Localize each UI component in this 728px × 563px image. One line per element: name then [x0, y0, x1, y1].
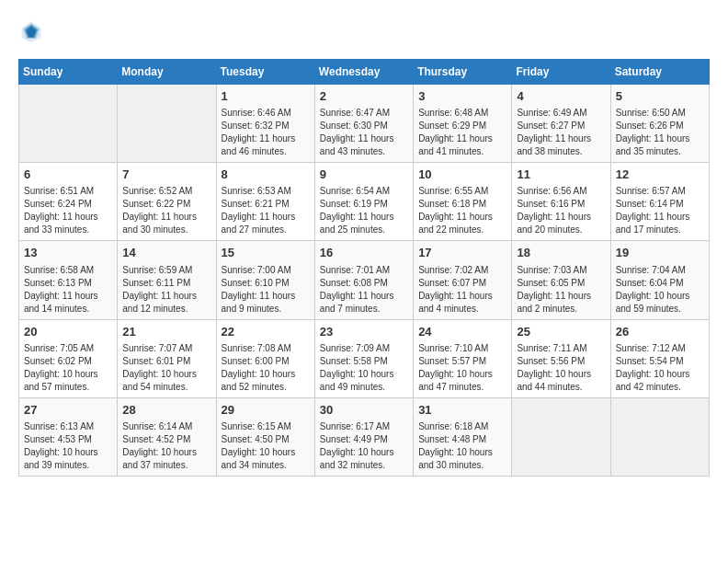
calendar-cell: 17Sunrise: 7:02 AM Sunset: 6:07 PM Dayli… [414, 241, 512, 319]
calendar-cell: 27Sunrise: 6:13 AM Sunset: 4:53 PM Dayli… [19, 397, 118, 476]
week-row-3: 13Sunrise: 6:58 AM Sunset: 6:13 PM Dayli… [19, 241, 710, 319]
calendar-cell [512, 397, 610, 476]
calendar-cell: 21Sunrise: 7:07 AM Sunset: 6:01 PM Dayli… [118, 319, 216, 397]
day-info: Sunrise: 6:48 AM Sunset: 6:29 PM Dayligh… [418, 107, 506, 158]
day-number: 17 [418, 245, 506, 261]
calendar-cell: 20Sunrise: 7:05 AM Sunset: 6:02 PM Dayli… [19, 319, 118, 397]
day-header-tuesday: Tuesday [216, 60, 314, 85]
calendar-cell [610, 397, 709, 476]
calendar-cell [19, 85, 118, 163]
day-number: 28 [122, 402, 210, 419]
day-number: 29 [222, 402, 310, 419]
day-number: 18 [517, 245, 605, 261]
day-info: Sunrise: 6:50 AM Sunset: 6:26 PM Dayligh… [616, 107, 704, 158]
week-row-5: 27Sunrise: 6:13 AM Sunset: 4:53 PM Dayli… [19, 397, 710, 476]
calendar-header: SundayMondayTuesdayWednesdayThursdayFrid… [19, 60, 710, 85]
week-row-2: 6Sunrise: 6:51 AM Sunset: 6:24 PM Daylig… [19, 163, 710, 241]
day-info: Sunrise: 7:07 AM Sunset: 6:01 PM Dayligh… [122, 342, 210, 394]
calendar-cell: 22Sunrise: 7:08 AM Sunset: 6:00 PM Dayli… [216, 319, 314, 397]
day-number: 25 [517, 324, 605, 340]
day-number: 6 [24, 167, 112, 183]
day-info: Sunrise: 6:47 AM Sunset: 6:30 PM Dayligh… [320, 107, 408, 158]
day-number: 8 [222, 167, 310, 183]
calendar-cell: 1Sunrise: 6:46 AM Sunset: 6:32 PM Daylig… [216, 85, 314, 163]
day-number: 16 [320, 245, 408, 261]
calendar-cell: 31Sunrise: 6:18 AM Sunset: 4:48 PM Dayli… [414, 397, 512, 476]
day-info: Sunrise: 7:01 AM Sunset: 6:08 PM Dayligh… [320, 264, 408, 316]
day-header-saturday: Saturday [610, 60, 709, 85]
day-number: 4 [517, 88, 605, 105]
calendar-cell: 8Sunrise: 6:53 AM Sunset: 6:21 PM Daylig… [216, 163, 314, 241]
day-number: 3 [418, 88, 506, 105]
day-info: Sunrise: 6:59 AM Sunset: 6:11 PM Dayligh… [122, 264, 210, 316]
day-info: Sunrise: 6:58 AM Sunset: 6:13 PM Dayligh… [24, 264, 112, 316]
day-number: 26 [616, 324, 704, 340]
day-header-wednesday: Wednesday [314, 60, 413, 85]
day-info: Sunrise: 6:15 AM Sunset: 4:50 PM Dayligh… [222, 420, 310, 472]
calendar-body: 1Sunrise: 6:46 AM Sunset: 6:32 PM Daylig… [19, 85, 710, 477]
calendar-cell: 24Sunrise: 7:10 AM Sunset: 5:57 PM Dayli… [414, 319, 512, 397]
calendar-cell: 2Sunrise: 6:47 AM Sunset: 6:30 PM Daylig… [314, 85, 413, 163]
calendar-table: SundayMondayTuesdayWednesdayThursdayFrid… [18, 59, 710, 477]
day-number: 5 [616, 88, 704, 105]
day-info: Sunrise: 6:56 AM Sunset: 6:16 PM Dayligh… [517, 185, 605, 236]
day-info: Sunrise: 6:18 AM Sunset: 4:48 PM Dayligh… [418, 420, 506, 472]
calendar-cell: 29Sunrise: 6:15 AM Sunset: 4:50 PM Dayli… [216, 397, 314, 476]
day-info: Sunrise: 7:09 AM Sunset: 5:58 PM Dayligh… [320, 342, 408, 394]
header-row: SundayMondayTuesdayWednesdayThursdayFrid… [19, 60, 710, 85]
day-header-friday: Friday [512, 60, 610, 85]
calendar-cell: 5Sunrise: 6:50 AM Sunset: 6:26 PM Daylig… [610, 85, 709, 163]
day-info: Sunrise: 7:10 AM Sunset: 5:57 PM Dayligh… [418, 342, 506, 394]
day-number: 9 [320, 167, 408, 183]
day-number: 31 [418, 402, 506, 419]
day-number: 10 [418, 167, 506, 183]
day-number: 15 [222, 245, 310, 261]
day-info: Sunrise: 6:49 AM Sunset: 6:27 PM Dayligh… [517, 107, 605, 158]
day-info: Sunrise: 7:00 AM Sunset: 6:10 PM Dayligh… [222, 264, 310, 316]
day-info: Sunrise: 6:54 AM Sunset: 6:19 PM Dayligh… [320, 185, 408, 236]
calendar-cell: 26Sunrise: 7:12 AM Sunset: 5:54 PM Dayli… [610, 319, 709, 397]
day-number: 19 [616, 245, 704, 261]
day-info: Sunrise: 6:53 AM Sunset: 6:21 PM Dayligh… [222, 185, 310, 236]
calendar-cell: 16Sunrise: 7:01 AM Sunset: 6:08 PM Dayli… [314, 241, 413, 319]
calendar-cell: 23Sunrise: 7:09 AM Sunset: 5:58 PM Dayli… [314, 319, 413, 397]
day-info: Sunrise: 7:02 AM Sunset: 6:07 PM Dayligh… [418, 264, 506, 316]
calendar-cell: 28Sunrise: 6:14 AM Sunset: 4:52 PM Dayli… [118, 397, 216, 476]
day-info: Sunrise: 7:11 AM Sunset: 5:56 PM Dayligh… [517, 342, 605, 394]
day-number: 30 [320, 402, 408, 419]
week-row-4: 20Sunrise: 7:05 AM Sunset: 6:02 PM Dayli… [19, 319, 710, 397]
calendar-cell [118, 85, 216, 163]
day-number: 27 [24, 402, 112, 419]
calendar-cell: 7Sunrise: 6:52 AM Sunset: 6:22 PM Daylig… [118, 163, 216, 241]
day-info: Sunrise: 6:13 AM Sunset: 4:53 PM Dayligh… [24, 420, 112, 472]
day-info: Sunrise: 6:17 AM Sunset: 4:49 PM Dayligh… [320, 420, 408, 472]
page-header [18, 18, 710, 44]
calendar-cell: 11Sunrise: 6:56 AM Sunset: 6:16 PM Dayli… [512, 163, 610, 241]
day-info: Sunrise: 6:52 AM Sunset: 6:22 PM Dayligh… [122, 185, 210, 236]
day-info: Sunrise: 7:05 AM Sunset: 6:02 PM Dayligh… [24, 342, 112, 394]
day-info: Sunrise: 6:57 AM Sunset: 6:14 PM Dayligh… [616, 185, 704, 236]
day-number: 23 [320, 324, 408, 340]
logo [18, 18, 48, 44]
day-number: 11 [517, 167, 605, 183]
day-number: 1 [222, 88, 310, 105]
day-number: 22 [222, 324, 310, 340]
day-info: Sunrise: 6:14 AM Sunset: 4:52 PM Dayligh… [122, 420, 210, 472]
calendar-cell: 30Sunrise: 6:17 AM Sunset: 4:49 PM Dayli… [314, 397, 413, 476]
day-number: 13 [24, 245, 112, 261]
calendar-cell: 12Sunrise: 6:57 AM Sunset: 6:14 PM Dayli… [610, 163, 709, 241]
day-number: 2 [320, 88, 408, 105]
day-number: 14 [122, 245, 210, 261]
day-number: 20 [24, 324, 112, 340]
day-info: Sunrise: 7:04 AM Sunset: 6:04 PM Dayligh… [616, 264, 704, 316]
calendar-cell: 6Sunrise: 6:51 AM Sunset: 6:24 PM Daylig… [19, 163, 118, 241]
calendar-cell: 19Sunrise: 7:04 AM Sunset: 6:04 PM Dayli… [610, 241, 709, 319]
calendar-cell: 25Sunrise: 7:11 AM Sunset: 5:56 PM Dayli… [512, 319, 610, 397]
calendar-cell: 4Sunrise: 6:49 AM Sunset: 6:27 PM Daylig… [512, 85, 610, 163]
day-header-monday: Monday [118, 60, 216, 85]
day-number: 12 [616, 167, 704, 183]
day-info: Sunrise: 6:46 AM Sunset: 6:32 PM Dayligh… [222, 107, 310, 158]
day-number: 7 [122, 167, 210, 183]
calendar-cell: 14Sunrise: 6:59 AM Sunset: 6:11 PM Dayli… [118, 241, 216, 319]
calendar-cell: 18Sunrise: 7:03 AM Sunset: 6:05 PM Dayli… [512, 241, 610, 319]
